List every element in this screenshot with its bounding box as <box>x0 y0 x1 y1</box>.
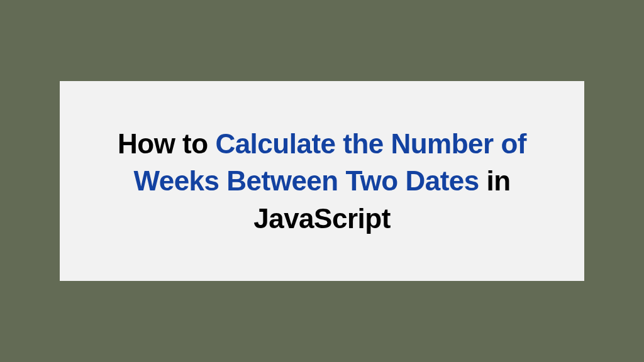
article-title: How to Calculate the Number of Weeks Bet… <box>91 125 553 237</box>
title-card: How to Calculate the Number of Weeks Bet… <box>60 81 584 281</box>
title-prefix: How to <box>118 128 215 159</box>
